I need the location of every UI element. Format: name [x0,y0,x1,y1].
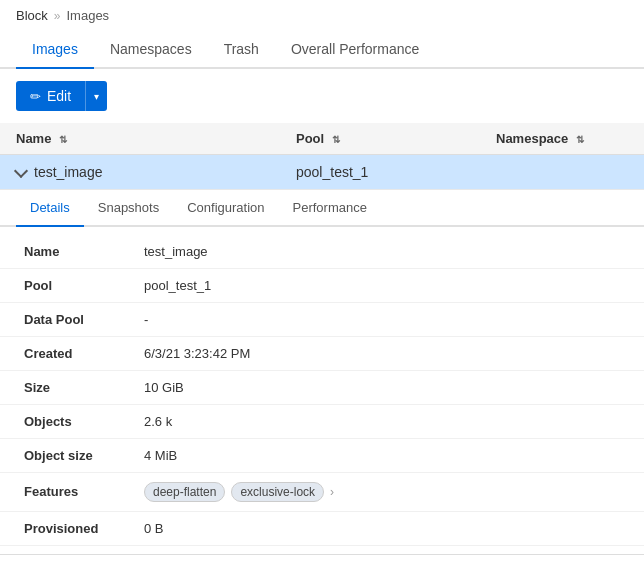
breadcrumb: Block » Images [0,0,644,31]
tab-overall-performance[interactable]: Overall Performance [275,31,435,69]
edit-button[interactable]: ✏ Edit [16,81,85,111]
cell-namespace [480,155,644,190]
feature-badge: exclusive-lock [231,482,324,502]
field-label: Object size [24,448,144,463]
images-table: Name ⇅ Pool ⇅ Namespace ⇅ test_image poo… [0,123,644,555]
breadcrumb-current: Images [66,8,109,23]
breadcrumb-parent: Block [16,8,48,23]
detail-field-size: Size10 GiB [0,371,644,405]
breadcrumb-separator: » [54,9,61,23]
table-header-row: Name ⇅ Pool ⇅ Namespace ⇅ [0,123,644,155]
feature-badge: deep-flatten [144,482,225,502]
field-value: 2.6 k [144,414,172,429]
field-value: pool_test_1 [144,278,211,293]
detail-tabs: Details Snapshots Configuration Performa… [0,190,644,227]
detail-panel: Details Snapshots Configuration Performa… [0,190,644,554]
field-label: Pool [24,278,144,293]
detail-field-name: Nametest_image [0,235,644,269]
edit-dropdown-button[interactable]: ▾ [85,81,107,111]
detail-tab-configuration[interactable]: Configuration [173,190,278,227]
detail-field-objects: Objects2.6 k [0,405,644,439]
more-badges-indicator: › [330,485,334,499]
table-row[interactable]: test_image pool_test_1 [0,155,644,190]
field-label: Size [24,380,144,395]
detail-field-data-pool: Data Pool- [0,303,644,337]
toolbar: ✏ Edit ▾ [0,69,644,123]
field-label: Provisioned [24,521,144,536]
detail-tab-snapshots[interactable]: Snapshots [84,190,173,227]
field-label: Objects [24,414,144,429]
detail-tab-performance[interactable]: Performance [279,190,381,227]
detail-field-object-size: Object size4 MiB [0,439,644,473]
detail-fields: Nametest_imagePoolpool_test_1Data Pool-C… [0,227,644,554]
field-value: 4 MiB [144,448,177,463]
field-value: 0 B [144,521,164,536]
field-label: Features [24,484,144,499]
field-value: test_image [144,244,208,259]
edit-btn-group: ✏ Edit ▾ [16,81,107,111]
edit-label: Edit [47,88,71,104]
tab-trash[interactable]: Trash [208,31,275,69]
pool-sort-icon: ⇅ [332,134,340,145]
edit-icon: ✏ [30,89,41,104]
detail-panel-row: Details Snapshots Configuration Performa… [0,190,644,555]
cell-name: test_image [0,155,280,190]
field-value: deep-flattenexclusive-lock› [144,482,334,502]
field-label: Data Pool [24,312,144,327]
detail-field-provisioned: Provisioned0 B [0,512,644,546]
chevron-down-icon: ▾ [94,91,99,102]
tab-namespaces[interactable]: Namespaces [94,31,208,69]
field-value: 10 GiB [144,380,184,395]
detail-field-features: Featuresdeep-flattenexclusive-lock› [0,473,644,512]
row-expand-icon[interactable] [14,163,28,177]
main-tabs-bar: Images Namespaces Trash Overall Performa… [0,31,644,69]
cell-pool: pool_test_1 [280,155,480,190]
ns-sort-icon: ⇅ [576,134,584,145]
field-label: Name [24,244,144,259]
field-label: Created [24,346,144,361]
field-value: 6/3/21 3:23:42 PM [144,346,250,361]
name-sort-icon: ⇅ [59,134,67,145]
th-name[interactable]: Name ⇅ [0,123,280,155]
th-pool[interactable]: Pool ⇅ [280,123,480,155]
field-value: - [144,312,148,327]
detail-field-pool: Poolpool_test_1 [0,269,644,303]
detail-tab-details[interactable]: Details [16,190,84,227]
detail-field-created: Created6/3/21 3:23:42 PM [0,337,644,371]
tab-images[interactable]: Images [16,31,94,69]
th-namespace[interactable]: Namespace ⇅ [480,123,644,155]
